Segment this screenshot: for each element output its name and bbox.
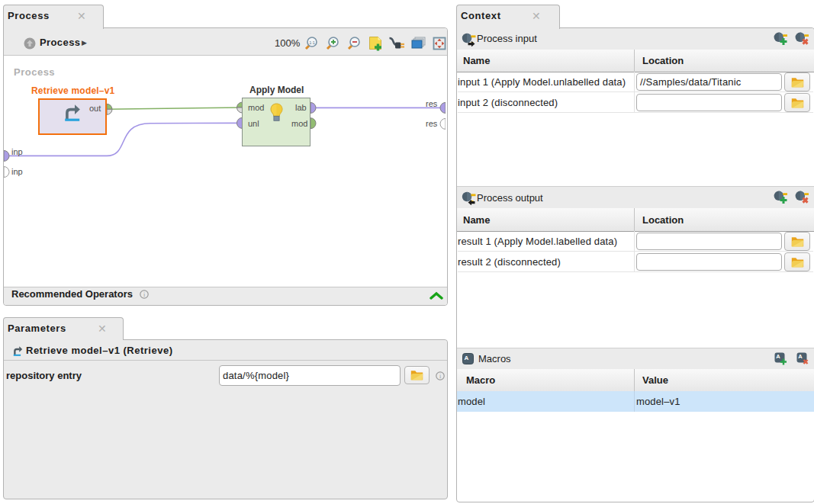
svg-text:i: i	[143, 291, 146, 298]
svg-text:A: A	[798, 353, 803, 360]
svg-text:i: i	[439, 373, 442, 380]
svg-text:1:1: 1:1	[309, 40, 315, 45]
svg-text:A: A	[776, 353, 780, 360]
svg-text:A: A	[465, 355, 469, 361]
